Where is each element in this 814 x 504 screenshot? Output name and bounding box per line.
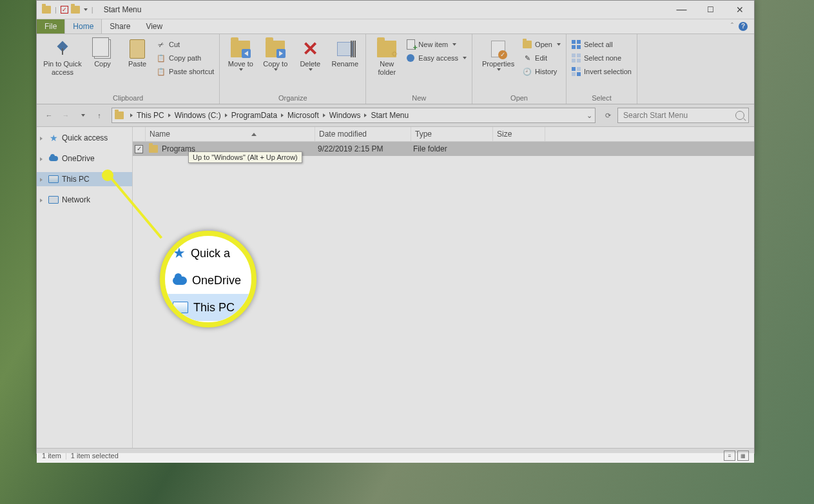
onedrive-icon — [173, 276, 187, 285]
breadcrumb-item[interactable]: Windows (C:) — [175, 111, 221, 120]
delete-button[interactable]: ✕Delete — [293, 37, 327, 72]
folder-icon — [115, 111, 124, 119]
pin-to-quick-access-button[interactable]: Pin to Quick access — [41, 37, 84, 78]
navigation-bar: ← → ↑ This PC Windows (C:) ProgramData M… — [37, 104, 754, 127]
selection-count: 1 item selected — [71, 452, 119, 460]
tree-item-quick-access[interactable]: ★Quick access — [37, 131, 132, 145]
column-type[interactable]: Type — [411, 127, 493, 141]
callout-line — [108, 175, 162, 238]
group-label: Clipboard — [41, 93, 215, 104]
ribbon: Pin to Quick access Copy Paste ✂Cut 📋Cop… — [37, 34, 754, 104]
tab-home[interactable]: Home — [64, 19, 102, 34]
folder-icon — [149, 145, 158, 153]
minimize-button[interactable]: — — [667, 1, 696, 19]
move-to-button[interactable]: Move to — [224, 37, 257, 72]
folder-icon — [71, 6, 80, 14]
edit-button[interactable]: ✎Edit — [523, 52, 561, 64]
file-date: 9/22/2019 2:15 PM — [314, 144, 409, 153]
address-bar[interactable]: This PC Windows (C:) ProgramData Microso… — [111, 108, 596, 123]
zoom-callout: ★Quick a OneDrive This PC — [160, 231, 257, 327]
column-name[interactable]: Name — [146, 127, 315, 141]
rename-button[interactable]: Rename — [328, 37, 362, 70]
large-icons-view-button[interactable]: ▦ — [737, 451, 749, 461]
breadcrumb-item[interactable]: This PC — [137, 111, 164, 120]
file-type: File folder — [409, 144, 490, 153]
cut-button[interactable]: ✂Cut — [157, 38, 214, 51]
search-icon — [735, 111, 744, 120]
file-row[interactable]: ✓ Programs 9/22/2019 2:15 PM File folder — [133, 142, 754, 156]
refresh-button[interactable]: ⟳ — [601, 108, 615, 122]
paste-button[interactable]: Paste — [121, 37, 154, 70]
address-dropdown-icon[interactable]: ⌄ — [586, 111, 592, 120]
breadcrumb-item[interactable]: Microsoft — [287, 111, 319, 120]
navigation-tree: ★Quick access OneDrive This PC Network — [37, 127, 133, 448]
breadcrumb-item[interactable]: Windows — [329, 111, 361, 120]
this-pc-icon — [173, 302, 188, 313]
column-size[interactable]: Size — [493, 127, 545, 141]
paste-shortcut-button[interactable]: 📋Paste shortcut — [157, 65, 214, 78]
tab-share[interactable]: Share — [102, 19, 138, 34]
separator: | — [55, 6, 57, 14]
select-all-button[interactable]: Select all — [572, 38, 632, 51]
copy-to-button[interactable]: Copy to — [258, 37, 292, 72]
tree-item-onedrive[interactable]: OneDrive — [37, 151, 132, 166]
item-count: 1 item — [42, 452, 61, 460]
maximize-button[interactable]: ☐ — [696, 1, 725, 19]
callout-row: This PC — [165, 294, 251, 321]
column-headers: Name Date modified Type Size — [133, 127, 754, 142]
details-view-button[interactable]: ≡ — [724, 451, 735, 461]
breadcrumb-item[interactable]: ProgramData — [231, 111, 277, 120]
title-bar[interactable]: | ✓ | Start Menu — ☐ ✕ — [37, 1, 754, 19]
qat-dropdown[interactable] — [84, 8, 88, 11]
ribbon-collapse-icon[interactable]: ˆ — [731, 22, 733, 31]
callout-anchor-dot — [102, 170, 113, 181]
history-button[interactable]: 🕘History — [523, 65, 561, 78]
new-folder-button[interactable]: ✦New folder — [370, 37, 403, 78]
tree-item-network[interactable]: Network — [37, 193, 132, 207]
properties-button[interactable]: Properties — [476, 37, 520, 72]
sort-asc-icon — [251, 133, 257, 136]
app-icon — [42, 6, 51, 14]
forward-button[interactable]: → — [59, 108, 73, 122]
up-button-tooltip: Up to "Windows" (Alt + Up Arrow) — [188, 151, 302, 163]
column-checkbox[interactable] — [133, 127, 146, 141]
file-explorer-window: | ✓ | Start Menu — ☐ ✕ File Home Share V… — [36, 0, 755, 454]
copy-path-button[interactable]: 📋Copy path — [157, 52, 214, 64]
row-checkbox[interactable]: ✓ — [135, 145, 143, 153]
search-input[interactable] — [622, 110, 744, 121]
window-title: Start Menu — [100, 5, 142, 14]
column-date[interactable]: Date modified — [315, 127, 411, 141]
copy-button[interactable]: Copy — [86, 37, 119, 70]
desktop-background: | ✓ | Start Menu — ☐ ✕ File Home Share V… — [0, 0, 814, 504]
easy-access-button[interactable]: Easy access — [406, 52, 467, 64]
callout-row: OneDrive — [165, 267, 251, 294]
close-button[interactable]: ✕ — [725, 1, 754, 19]
file-name: Programs — [162, 144, 195, 153]
status-bar: 1 item | 1 item selected ≡ ▦ — [37, 448, 754, 463]
quick-access-toggle-icon[interactable]: ✓ — [61, 6, 68, 14]
new-item-button[interactable]: New item — [406, 38, 467, 51]
search-box[interactable] — [617, 108, 749, 123]
invert-selection-button[interactable]: Invert selection — [572, 65, 632, 78]
help-icon[interactable]: ? — [739, 22, 748, 31]
callout-row: ★Quick a — [165, 240, 251, 267]
open-button[interactable]: Open — [523, 38, 561, 51]
menu-bar: File Home Share View ˆ ? — [37, 19, 754, 34]
select-none-button[interactable]: Select none — [572, 52, 632, 64]
tab-view[interactable]: View — [138, 19, 170, 34]
tab-file[interactable]: File — [37, 19, 64, 34]
recent-dropdown[interactable] — [75, 108, 90, 122]
up-button[interactable]: ↑ — [92, 108, 106, 122]
back-button[interactable]: ← — [42, 108, 56, 122]
breadcrumb-item[interactable]: Start Menu — [371, 111, 409, 120]
